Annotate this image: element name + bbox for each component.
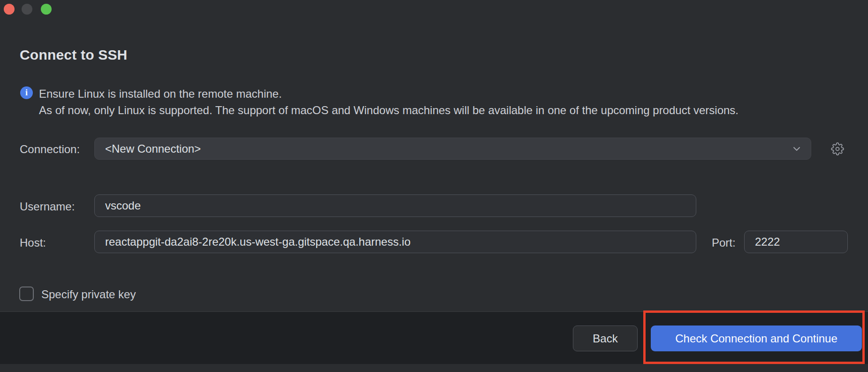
settings-gear-icon[interactable] bbox=[831, 142, 844, 155]
info-icon: i bbox=[20, 86, 33, 99]
specify-private-key-checkbox[interactable] bbox=[19, 287, 34, 301]
username-input[interactable] bbox=[94, 194, 696, 217]
dialog-footer: Back Check Connection and Continue bbox=[0, 311, 868, 364]
info-line-1: Ensure Linux is installed on the remote … bbox=[39, 85, 739, 102]
minimize-window-button[interactable] bbox=[22, 4, 32, 15]
specify-private-key-label[interactable]: Specify private key bbox=[41, 288, 136, 301]
connection-dropdown-value: <New Connection> bbox=[105, 142, 791, 155]
check-connection-and-continue-button[interactable]: Check Connection and Continue bbox=[651, 326, 862, 351]
connection-label: Connection: bbox=[20, 143, 80, 156]
port-input[interactable] bbox=[744, 231, 848, 253]
back-button[interactable]: Back bbox=[573, 326, 638, 351]
host-input[interactable] bbox=[94, 231, 696, 253]
zoom-window-button[interactable] bbox=[41, 4, 52, 15]
port-label: Port: bbox=[712, 236, 736, 249]
page-title: Connect to SSH bbox=[20, 47, 127, 63]
close-window-button[interactable] bbox=[4, 4, 15, 15]
connect-to-ssh-dialog: Connect to SSH i Ensure Linux is install… bbox=[0, 0, 868, 372]
username-label: Username: bbox=[20, 200, 75, 213]
connection-dropdown[interactable]: <New Connection> bbox=[94, 138, 811, 160]
info-banner: Ensure Linux is installed on the remote … bbox=[39, 85, 739, 118]
host-label: Host: bbox=[20, 236, 46, 249]
info-line-2: As of now, only Linux is supported. The … bbox=[39, 102, 739, 118]
chevron-down-icon bbox=[791, 143, 802, 155]
